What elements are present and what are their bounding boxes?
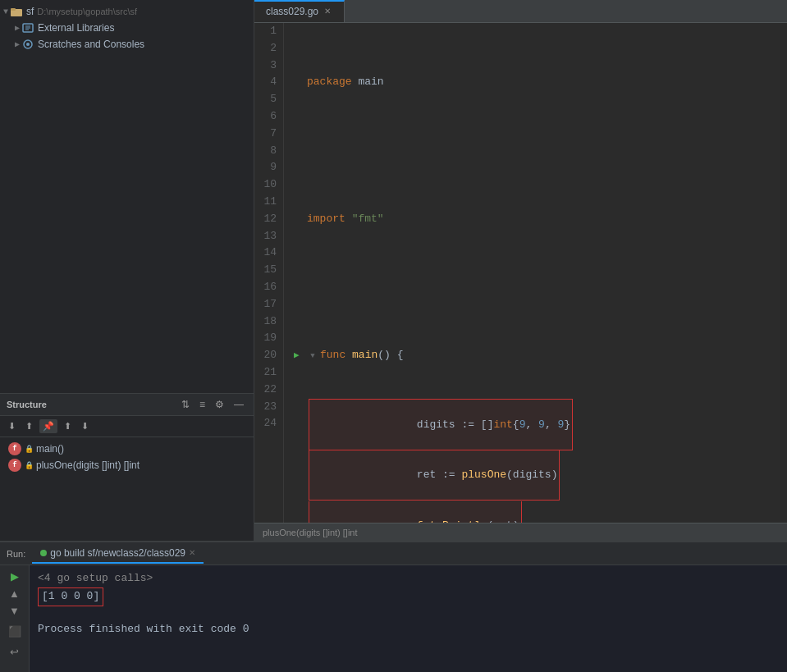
struct-func-icon-main: f	[8, 442, 21, 455]
structure-panel: Structure ⇅ ≡ ⚙ — ⬇ ⬆ 📌 ⬆ ⬇ f 🔒	[0, 393, 254, 541]
tab-close-class029[interactable]: ✕	[323, 7, 332, 16]
struct-label-main: main()	[36, 443, 64, 455]
line-num-23: 23	[254, 399, 277, 416]
kw-import: import	[307, 211, 345, 228]
structure-expand-btn[interactable]: ⬇	[5, 419, 19, 433]
run-tabs: Run: go build sf/newclass2/class029 ✕	[0, 542, 787, 565]
line-num-8: 8	[254, 143, 277, 160]
tree-item-sf[interactable]: ▼ sf D:\mysetup\gopath\src\sf	[0, 3, 254, 20]
svg-rect-1	[11, 8, 16, 11]
run-up-btn[interactable]: ▲	[3, 586, 26, 601]
structure-header: Structure ⇅ ≡ ⚙ —	[0, 394, 254, 416]
run-output-content: <4 go setup calls> [1 0 0 0] Process fin…	[30, 565, 787, 672]
code-line-3: import "fmt"	[294, 211, 787, 228]
line-num-13: 13	[254, 228, 277, 245]
plain-brace2: }	[564, 418, 570, 431]
struct-label-plusone: plusOne(digits []int) []int	[36, 459, 140, 471]
run-tab-label: go build sf/newclass2/class029	[50, 547, 185, 559]
plain-bracket1: []	[481, 418, 494, 431]
struct-item-main[interactable]: f 🔒 main()	[5, 441, 249, 457]
run-exit-line: Process finished with exit code 0	[38, 623, 779, 635]
code-line-7: ret := plusOne(digits)	[294, 467, 787, 484]
line-num-9: 9	[254, 159, 277, 176]
structure-nav-btn[interactable]: ⬆	[61, 419, 75, 433]
editor-tabs: class029.go ✕	[254, 0, 787, 23]
file-tree: ▼ sf D:\mysetup\gopath\src\sf ▶	[0, 0, 254, 393]
tab-label-class029: class029.go	[266, 6, 318, 17]
run-stop-btn[interactable]: ⬛	[3, 624, 26, 639]
line-num-22: 22	[254, 382, 277, 399]
line-num-10: 10	[254, 176, 277, 194]
status-func-name: plusOne(digits []int) []int	[263, 528, 358, 537]
fold-arrow-line5[interactable]: ▼	[307, 350, 318, 362]
line-num-17: 17	[254, 296, 277, 313]
structure-title: Structure	[7, 400, 173, 409]
fn-fmt: fmt	[391, 519, 437, 523]
kw-int1: int	[493, 418, 512, 431]
kw-func-main: func	[320, 347, 345, 364]
run-tab-dot	[40, 550, 47, 556]
code-content[interactable]: package main import "fmt" ▶	[284, 23, 787, 523]
line-num-6: 6	[254, 108, 277, 126]
fn-println: Println	[442, 519, 487, 523]
run-cmd-text: <4 go setup calls>	[38, 572, 153, 584]
run-blank-line	[38, 606, 779, 624]
line-num-1: 1	[254, 23, 277, 40]
struct-item-plusone[interactable]: f 🔒 plusOne(digits []int) []int	[5, 457, 249, 473]
code-line-1: package main	[294, 74, 787, 91]
run-down-btn[interactable]: ▼	[3, 603, 26, 619]
structure-collapse-btn[interactable]: ⬆	[22, 419, 36, 433]
code-line-6: digits := []int{9, 9, 9}	[294, 415, 787, 432]
line-num-11: 11	[254, 194, 277, 211]
structure-settings-btn[interactable]: ⚙	[212, 397, 227, 412]
plain-plusone-args: (digits)	[506, 469, 557, 481]
line-num-4: 4	[254, 74, 277, 91]
run-arrow-line5[interactable]: ▶	[294, 347, 305, 364]
structure-sort-order-btn[interactable]: ≡	[196, 397, 208, 412]
line-num-2: 2	[254, 40, 277, 57]
code-line-5: ▶ ▼ func main() {	[294, 347, 787, 364]
code-line-4	[294, 279, 787, 296]
kw-package: package	[307, 74, 352, 91]
arrow-sf: ▼	[3, 7, 8, 16]
code-line-2	[294, 143, 787, 160]
line-num-16: 16	[254, 279, 277, 296]
plain-comma2: ,	[545, 418, 558, 431]
structure-navdown-btn[interactable]: ⬇	[78, 419, 92, 433]
line-num-12: 12	[254, 211, 277, 228]
plain-println-args: (ret)	[487, 519, 519, 523]
run-wrap-btn[interactable]: ↩	[3, 644, 26, 660]
tree-path-sf: D:\mysetup\gopath\src\sf	[37, 7, 137, 16]
structure-pin-btn[interactable]: 📌	[39, 419, 57, 433]
arrow-scratch: ▶	[15, 39, 20, 49]
run-tab-close[interactable]: ✕	[189, 548, 195, 557]
run-cmd-line: <4 go setup calls>	[38, 570, 779, 587]
run-play-btn[interactable]: ▶	[3, 569, 26, 584]
line-num-7: 7	[254, 126, 277, 143]
struct-func-icon-plusone: f	[8, 459, 21, 472]
structure-close-btn[interactable]: —	[231, 397, 247, 412]
tree-item-scratches[interactable]: ▶ Scratches and Consoles	[0, 36, 254, 53]
sidebar: ▼ sf D:\mysetup\gopath\src\sf ▶	[0, 0, 254, 541]
plain-brace1: {	[513, 418, 519, 431]
struct-lock-main: 🔒	[25, 445, 34, 454]
tree-item-external-libraries[interactable]: ▶ External Libraries	[0, 20, 254, 36]
line-num-15: 15	[254, 262, 277, 279]
fn-plusone-call: plusOne	[461, 469, 506, 481]
folder-icon-sf	[10, 5, 23, 18]
tree-label-sf: sf	[26, 6, 34, 17]
line-num-21: 21	[254, 364, 277, 382]
tree-label-scratch: Scratches and Consoles	[38, 39, 144, 50]
structure-sort-alpha-btn[interactable]: ⇅	[178, 397, 193, 412]
run-tab-build[interactable]: go build sf/newclass2/class029 ✕	[32, 544, 204, 564]
line-num-19: 19	[254, 330, 277, 347]
editor-tab-class029[interactable]: class029.go ✕	[254, 0, 345, 22]
run-side-controls: ▶ ▲ ▼ ⬛ ↩	[0, 565, 30, 672]
editor-area: class029.go ✕ 1 2 3 4 5 6 7 8 9 10 11 12…	[254, 0, 787, 541]
fn-main: main	[352, 347, 377, 364]
code-line-8: fmt.Println(ret)	[294, 518, 787, 523]
line-num-3: 3	[254, 57, 277, 75]
run-body: ▶ ▲ ▼ ⬛ ↩ <4 go setup calls> [1 0 0 0] P…	[0, 565, 787, 672]
structure-toolbar: ⇅ ≡ ⚙ —	[178, 397, 247, 412]
plain-ret: ret :=	[391, 469, 462, 481]
